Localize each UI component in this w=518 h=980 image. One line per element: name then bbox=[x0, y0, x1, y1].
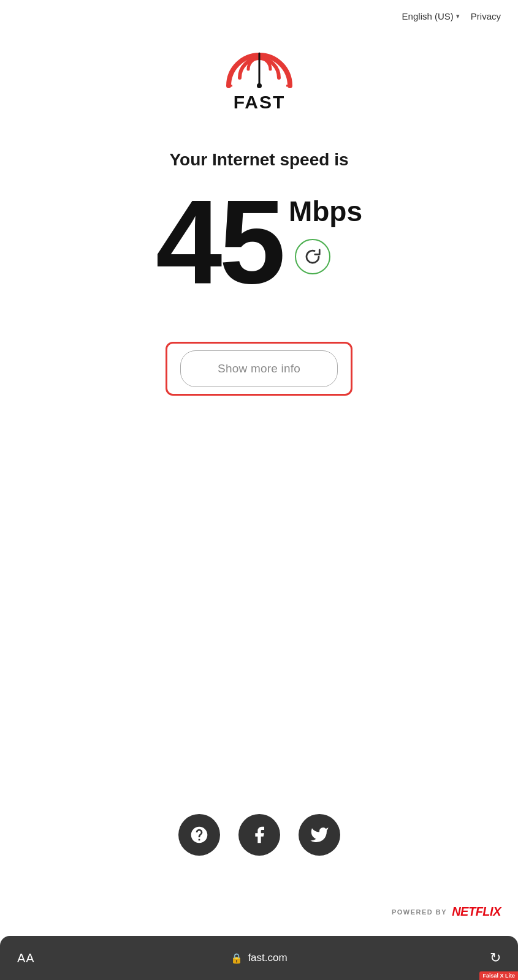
social-bar bbox=[178, 814, 340, 905]
header: English (US) ▾ Privacy bbox=[0, 0, 518, 21]
svg-point-3 bbox=[257, 83, 262, 88]
chevron-down-icon: ▾ bbox=[456, 12, 460, 20]
privacy-link[interactable]: Privacy bbox=[471, 11, 501, 21]
facebook-icon bbox=[249, 825, 269, 845]
show-more-button[interactable]: Show more info bbox=[180, 350, 338, 387]
speed-value: 45 bbox=[156, 182, 283, 301]
help-button[interactable] bbox=[178, 814, 220, 856]
language-label: English (US) bbox=[402, 11, 454, 21]
refresh-button[interactable] bbox=[295, 239, 330, 274]
netflix-logo: NETFLIX bbox=[452, 905, 501, 919]
faisal-badge: Faisal X Lite bbox=[479, 971, 518, 980]
speed-display: 45 Mbps bbox=[156, 182, 362, 301]
language-selector[interactable]: English (US) ▾ bbox=[402, 11, 460, 21]
powered-by: POWERED BY NETFLIX bbox=[0, 905, 518, 931]
speed-label: Your Internet speed is bbox=[170, 150, 349, 170]
question-icon bbox=[189, 825, 209, 845]
speed-unit: Mbps bbox=[289, 197, 362, 225]
svg-text:FAST: FAST bbox=[233, 92, 285, 112]
browser-reload-area: ↻ bbox=[380, 950, 501, 966]
text-size-control[interactable]: AA bbox=[17, 951, 138, 965]
logo-container: FAST bbox=[0, 28, 518, 113]
lock-icon: 🔒 bbox=[230, 952, 243, 964]
browser-reload-button[interactable]: ↻ bbox=[490, 950, 501, 966]
facebook-button[interactable] bbox=[238, 814, 280, 856]
browser-bar: AA 🔒 fast.com ↻ Faisal X Lite bbox=[0, 936, 518, 980]
speed-unit-area: Mbps bbox=[289, 197, 362, 274]
twitter-icon bbox=[310, 825, 329, 845]
address-bar[interactable]: 🔒 fast.com bbox=[138, 952, 380, 964]
main-content: Your Internet speed is 45 Mbps Show more… bbox=[0, 113, 518, 980]
twitter-button[interactable] bbox=[299, 814, 340, 856]
fast-logo: FAST bbox=[216, 28, 302, 113]
show-more-wrapper: Show more info bbox=[180, 350, 338, 387]
url-text: fast.com bbox=[248, 952, 287, 964]
powered-by-text: POWERED BY bbox=[392, 908, 447, 916]
